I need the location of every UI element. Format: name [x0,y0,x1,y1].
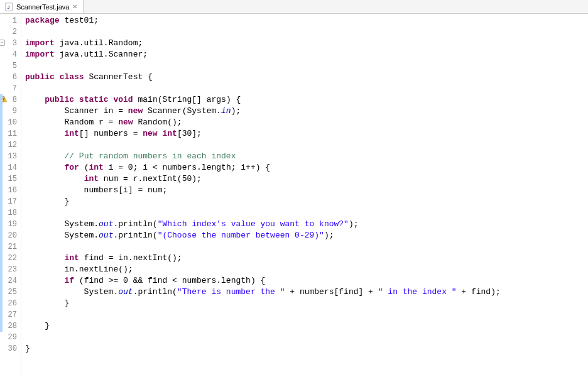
line-number: 1 [0,15,21,26]
line-number-gutter: 123−45678−910111213141516171819202122232… [0,14,21,377]
line-number: 23 [0,264,21,275]
code-editor: 123−45678−910111213141516171819202122232… [0,14,588,377]
code-line[interactable]: int[] numbers = new int[30]; [25,128,588,139]
close-icon[interactable]: ✕ [72,4,78,10]
line-number: 3− [0,38,21,49]
code-line[interactable]: } [25,320,588,332]
code-line[interactable]: } [25,343,588,354]
code-line[interactable]: import java.util.Scanner; [25,49,588,60]
code-line[interactable] [25,83,588,94]
code-line[interactable]: public static void main(String[] args) { [25,94,588,106]
code-line[interactable]: for (int i = 0; i < numbers.length; i++)… [25,162,588,173]
line-number: 30 [0,343,21,354]
code-line[interactable]: // Put random numbers in each index [25,151,588,162]
line-number: 27 [0,309,21,320]
line-number: 17 [0,196,21,207]
svg-text:J: J [8,4,10,9]
code-line[interactable]: if (find >= 0 && find < numbers.length) … [25,275,588,287]
code-line[interactable]: Random r = new Random(); [25,117,588,128]
java-file-icon: J [5,3,14,11]
line-number: 9 [0,106,21,117]
line-number: 7 [0,83,21,94]
line-number: 19 [0,219,21,230]
line-number: 26 [0,298,21,309]
line-number: 22 [0,253,21,264]
code-line[interactable]: } [25,298,588,309]
code-line[interactable]: System.out.println("There is number the … [25,287,588,298]
code-line[interactable]: in.nextLine(); [25,264,588,275]
code-line[interactable] [25,207,588,219]
code-line[interactable]: numbers[i] = num; [25,185,588,196]
code-line[interactable] [25,332,588,343]
code-line[interactable] [25,60,588,72]
line-number: 12 [0,139,21,151]
code-line[interactable] [25,26,588,38]
code-line[interactable]: int find = in.nextInt(); [25,253,588,264]
line-number: 14 [0,162,21,173]
code-line[interactable]: int num = r.nextInt(50); [25,173,588,185]
code-line[interactable]: System.out.println("Which index's value … [25,219,588,230]
line-number: 13 [0,151,21,162]
code-line[interactable]: } [25,196,588,207]
line-number: 25 [0,287,21,298]
svg-rect-3 [3,101,4,101]
tab-filename: ScannerTest.java [16,3,69,11]
line-number: 5 [0,60,21,72]
code-line[interactable]: import java.util.Random; [25,38,588,49]
line-number: 16 [0,185,21,196]
code-line[interactable] [25,241,588,253]
svg-rect-2 [3,98,4,100]
line-number: 6 [0,72,21,83]
code-line[interactable]: System.out.println("(Choose the number b… [25,230,588,241]
line-number: 18 [0,207,21,219]
line-number: 21 [0,241,21,253]
line-number: 4 [0,49,21,60]
line-number: 11 [0,128,21,139]
code-line[interactable]: public class ScannerTest { [25,72,588,83]
code-line[interactable]: Scanner in = new Scanner(System.in); [25,106,588,117]
editor-tab-bar: J ScannerTest.java ✕ [0,0,588,14]
code-line[interactable] [25,309,588,320]
line-number: 2 [0,26,21,38]
line-number: 28 [0,320,21,332]
line-number: 29 [0,332,21,343]
line-number: 10 [0,117,21,128]
fold-toggle-icon[interactable]: − [0,40,5,46]
editor-tab[interactable]: J ScannerTest.java ✕ [0,0,84,13]
line-number: 20 [0,230,21,241]
line-number: 15 [0,173,21,185]
code-area[interactable]: package test01;import java.util.Random;i… [21,14,588,377]
code-line[interactable]: package test01; [25,15,588,26]
code-line[interactable] [25,139,588,151]
line-number: 8− [0,94,21,106]
line-number: 24 [0,275,21,287]
